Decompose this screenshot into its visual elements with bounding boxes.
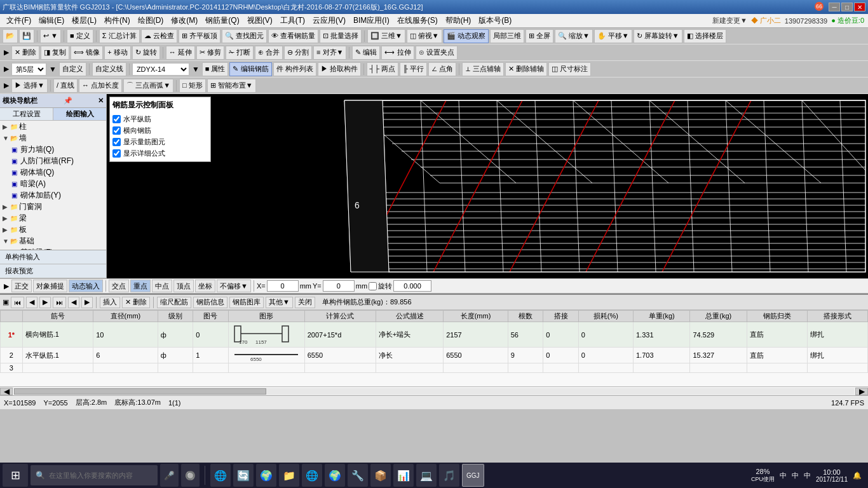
three-d-button[interactable]: 🔲 三维▼ (367, 29, 405, 43)
checkbox-show-qty[interactable] (112, 138, 121, 146)
custom-line-button[interactable]: 自定义线 (92, 62, 126, 76)
rebar-lib-button[interactable]: 钢筋图库 (229, 297, 264, 308)
menu-tools[interactable]: 工具(T) (276, 14, 309, 27)
restore-button[interactable]: □ (841, 3, 853, 11)
define-button[interactable]: ■ 定义 (67, 29, 93, 43)
taskbar-pkg-button[interactable]: 📦 (370, 464, 391, 487)
top-view-button[interactable]: ◫ 俯视▼ (407, 29, 442, 43)
nav-close-icon[interactable]: ✕ (98, 97, 104, 105)
midpoint-btn[interactable]: 重点 (130, 280, 151, 292)
new-change-btn[interactable]: 新建变更▼ (712, 16, 747, 25)
part-list-button[interactable]: 件 构件列表 (273, 62, 316, 76)
delete-button[interactable]: ✕ 删除 (11, 46, 39, 60)
zao-jia-btn[interactable]: ● 造价豆:0 (831, 16, 864, 25)
tree-node-beam[interactable]: ▶ 📁 梁 (0, 212, 106, 224)
add-length-button[interactable]: ↔ 点加长度 (79, 79, 122, 93)
break-button[interactable]: ✁ 打断 (226, 46, 254, 60)
line-button[interactable]: / 直线 (53, 79, 78, 93)
guang-er-btn[interactable]: ◆ 广小二 (751, 16, 781, 25)
menu-view[interactable]: 视图(V) (243, 14, 276, 27)
tree-node-wall[interactable]: ▼ 📂 墙 (0, 132, 106, 144)
extend-button[interactable]: ↔ 延伸 (166, 46, 195, 60)
nav-prev-button[interactable]: ◀ (26, 297, 37, 308)
midline-button[interactable]: 中点 (152, 280, 172, 292)
tree-node-masonry-wall[interactable]: ▣ 砌体墙(Q) (0, 166, 106, 178)
search-box[interactable]: 🔍 (31, 465, 158, 485)
menu-floor[interactable]: 楼层(L) (68, 14, 100, 27)
scroll-right[interactable]: ▶ (855, 388, 868, 395)
scale-match-button[interactable]: 缩尺配筋 (157, 297, 191, 308)
viewport-svg[interactable]: 6 X Y Z (107, 94, 868, 278)
tree-node-shear-wall[interactable]: ▣ 剪力墙(Q) (0, 144, 106, 155)
menu-help[interactable]: 帮助(H) (442, 14, 475, 27)
dynamic-input-button[interactable]: 动态输入 (69, 280, 103, 292)
nav-prev2-button[interactable]: ◀ (68, 297, 79, 308)
menu-version[interactable]: 版本号(B) (475, 14, 515, 27)
snap-button[interactable]: 对象捕提 (33, 280, 67, 292)
open-file-button[interactable]: 📂 (3, 29, 18, 43)
scroll-left[interactable]: ◀ (0, 388, 13, 395)
find-element-button[interactable]: 🔍 查找图元 (222, 29, 267, 43)
menu-draw[interactable]: 绘图(D) (134, 14, 168, 27)
dynamic-view-button[interactable]: 🎬 动态观察 (444, 29, 489, 43)
pan-button[interactable]: ✋ 平移▼ (594, 29, 632, 43)
start-button[interactable]: ⊞ (3, 464, 28, 487)
rotate-input[interactable] (393, 280, 431, 292)
three-axis-button[interactable]: ⊥ 三点辅轴 (462, 62, 504, 76)
screen-rotate-button[interactable]: ↻ 屏幕旋转▼ (634, 29, 682, 43)
table-row[interactable]: 2 水平纵筋.1 6 ф 1 6550 6550 净长 6550 9 (1, 348, 868, 363)
tree-node-hidden-beam[interactable]: ▣ 暗梁(A) (0, 178, 106, 189)
taskbar-monitor-button[interactable]: 💻 (416, 464, 437, 487)
notification-center-icon[interactable]: 🔔 (853, 471, 862, 480)
table-row[interactable]: 3 (1, 363, 868, 373)
menu-edit[interactable]: 编辑(E) (35, 14, 68, 27)
style-select[interactable]: ZDYX-14 (132, 63, 189, 76)
tree-node-door-window[interactable]: ▶ 📁 门窗洞 (0, 201, 106, 212)
minimize-button[interactable]: ─ (829, 3, 840, 11)
taskbar-edge-button[interactable]: 🌐 (210, 464, 231, 487)
rotate-checkbox[interactable] (369, 282, 377, 290)
taskbar-folder-button[interactable]: 📁 (279, 464, 299, 487)
taskbar-music-button[interactable]: 🎵 (439, 464, 459, 487)
x-input[interactable] (267, 280, 299, 292)
select-button[interactable]: ▶ 选择▼ (11, 79, 48, 93)
menu-cloud[interactable]: 云应用(V) (309, 14, 349, 27)
tree-node-foundation[interactable]: ▼ 📂 基础 (0, 235, 106, 247)
tree-node-civil-defense-wall[interactable]: ▣ 人防门框墙(RF) (0, 155, 106, 166)
h-scrollbar[interactable]: ◀ ▶ (0, 386, 868, 395)
mirror-button[interactable]: ⟺ 镜像 (71, 46, 103, 60)
custom-def-button[interactable]: 自定义 (59, 62, 86, 76)
menu-file[interactable]: 文件(F) (3, 14, 35, 27)
report-preview-button[interactable]: 报表预览 (0, 264, 106, 278)
taskbar-cortana-button[interactable]: 🔘 (181, 464, 200, 487)
copy-button[interactable]: ◨ 复制 (41, 46, 69, 60)
scroll-thumb[interactable] (14, 388, 266, 395)
cloud-check-button[interactable]: ☁ 云检查 (141, 29, 177, 43)
dim-button[interactable]: ◫ 尺寸标注 (548, 62, 591, 76)
cross-button[interactable]: 交点 (109, 280, 129, 292)
table-row[interactable]: 1* 横向钢筋.1 10 ф 0 170 1157 200 (1, 322, 868, 348)
floor-select[interactable]: 第5层 (11, 63, 46, 76)
scroll-track[interactable] (14, 388, 854, 395)
edit-button[interactable]: ✎ 编辑 (352, 46, 380, 60)
nav-pin-icon[interactable]: 📌 (64, 97, 72, 105)
rebar-info-button[interactable]: 钢筋信息 (193, 297, 227, 308)
taskbar-gear-button[interactable]: 🔧 (348, 464, 368, 487)
local-3d-button[interactable]: 局部三维 (490, 29, 524, 43)
coord-button[interactable]: 坐标 (195, 280, 215, 292)
checkbox-show-formula[interactable] (112, 149, 121, 158)
rectangle-button[interactable]: □ 矩形 (179, 79, 206, 93)
taskbar-search-input[interactable] (49, 471, 144, 479)
edit-rebar-button[interactable]: ✎ 编辑钢筋 (229, 62, 271, 76)
taskbar-chart-button[interactable]: 📊 (393, 464, 414, 487)
batch-select-button[interactable]: ⊡ 批量选择 (320, 29, 362, 43)
drawing-input-button[interactable]: 绘图输入 (53, 108, 106, 120)
taskbar-ggj-button[interactable]: GGJ (462, 464, 484, 487)
menu-modify[interactable]: 修改(M) (167, 14, 201, 27)
single-input-button[interactable]: 单构件输入 (0, 250, 106, 264)
parallel-button[interactable]: ╟ 平行 (400, 62, 427, 76)
top-point-button[interactable]: 顶点 (173, 280, 194, 292)
three-pts-arc-button[interactable]: ⌒ 三点画弧▼ (123, 79, 173, 93)
rebar-table-wrapper[interactable]: 筋号 直径(mm) 级别 图号 图形 计算公式 公式描述 长度(mm) 根数 搭… (0, 310, 868, 386)
rotate-button[interactable]: ↻ 旋转 (132, 46, 160, 60)
